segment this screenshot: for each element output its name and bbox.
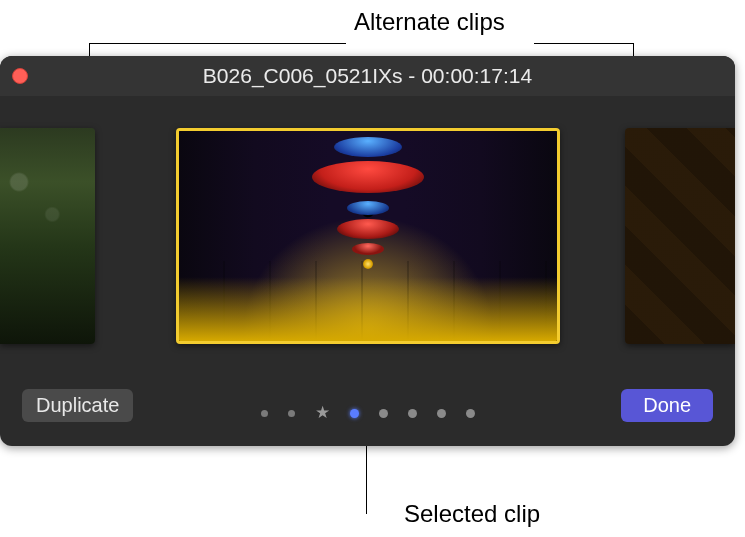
audition-window: B026_C006_0521IXs - 00:00:17:14 Duplicat… [0,56,735,446]
clip-thumbnail [179,131,557,341]
pager-favorite-icon[interactable]: ★ [315,404,330,421]
duplicate-button[interactable]: Duplicate [22,389,133,422]
callout-alternate-clips: Alternate clips [354,8,505,36]
pager-dot[interactable] [408,409,417,418]
pager-dot-active[interactable] [350,409,359,418]
pager-dot[interactable] [288,410,295,417]
callout-line [534,43,634,44]
done-button[interactable]: Done [621,389,713,422]
callout-line [90,43,346,44]
pager-dot[interactable] [437,409,446,418]
alternate-clip-next[interactable] [625,128,735,344]
clip-pager: ★ [261,405,475,422]
bottom-bar: Duplicate ★ Done [0,378,735,446]
clip-strip [0,96,735,376]
titlebar: B026_C006_0521IXs - 00:00:17:14 [0,56,735,96]
window-title: B026_C006_0521IXs - 00:00:17:14 [0,64,735,88]
close-button[interactable] [12,68,28,84]
selected-clip[interactable] [176,128,560,344]
pager-dot[interactable] [466,409,475,418]
callout-selected-clip: Selected clip [404,500,540,528]
pager-dot[interactable] [261,410,268,417]
clip-thumbnail [0,128,95,344]
pager-dot[interactable] [379,409,388,418]
alternate-clip-prev[interactable] [0,128,95,344]
clip-thumbnail [625,128,735,344]
